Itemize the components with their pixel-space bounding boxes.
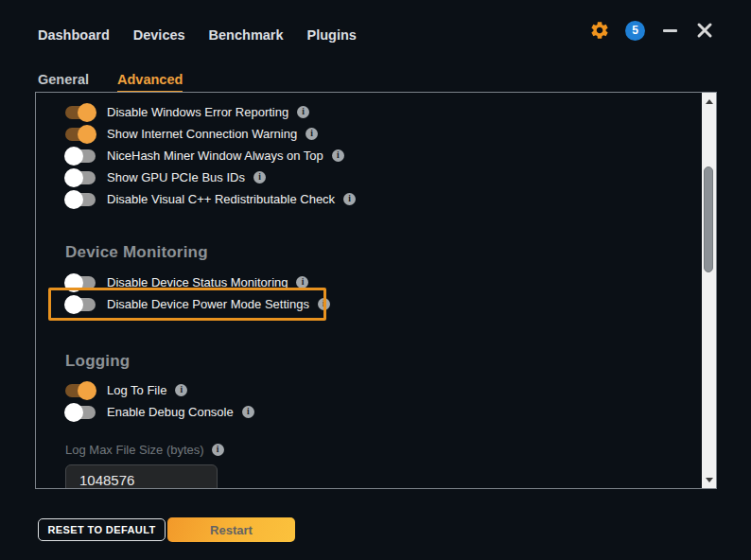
setting-row: NiceHash Miner Window Always on Top	[65, 145, 716, 166]
setting-label: Disable Visual C++ Redistributable Check	[107, 192, 335, 206]
toggle-knob	[78, 381, 96, 400]
nav-item-dashboard[interactable]: Dashboard	[38, 27, 110, 43]
triangle-up-icon	[706, 99, 713, 104]
toggle-knob	[64, 147, 83, 166]
toggle-log-to-file[interactable]	[65, 384, 96, 397]
scrollbar-up-arrow[interactable]	[702, 95, 716, 108]
nav-item-plugins[interactable]: Plugins	[307, 27, 357, 43]
setting-row: Log To File	[65, 379, 716, 401]
main-nav: Dashboard Devices Benchmark Plugins	[38, 27, 357, 43]
toggle-knob	[64, 403, 83, 422]
info-icon[interactable]	[242, 406, 254, 418]
setting-label: Enable Debug Console	[107, 405, 234, 419]
scrollbar-down-arrow[interactable]	[702, 473, 716, 486]
toggle-enable-debug-console[interactable]	[65, 406, 96, 419]
minimize-icon	[663, 29, 677, 32]
gear-icon	[589, 20, 610, 41]
setting-label: Show Internet Connection Warning	[107, 127, 297, 141]
restart-button[interactable]: Restart	[167, 517, 295, 542]
info-icon[interactable]	[212, 444, 224, 456]
setting-label: Log To File	[107, 383, 166, 397]
toggle-disable-windows-error-reporting[interactable]	[65, 106, 96, 119]
settings-scroll-area: Disable Windows Error Reporting Show Int…	[35, 92, 717, 489]
settings-tabs: General Advanced	[38, 72, 183, 93]
toggle-knob	[78, 125, 96, 144]
field-label-text: Log Max File Size (bytes)	[65, 443, 204, 457]
notification-badge[interactable]: 5	[625, 21, 645, 41]
section-title-logging: Logging	[65, 350, 716, 373]
setting-row-highlighted: Disable Device Power Mode Settings	[65, 293, 716, 315]
info-icon[interactable]	[306, 128, 318, 140]
setting-label: Disable Windows Error Reporting	[107, 105, 288, 119]
info-icon[interactable]	[296, 276, 308, 289]
nav-item-benchmark[interactable]: Benchmark	[209, 27, 284, 43]
setting-label: NiceHash Miner Window Always on Top	[107, 149, 323, 163]
tab-general[interactable]: General	[38, 72, 89, 93]
setting-row: Enable Debug Console	[65, 401, 716, 423]
tab-advanced[interactable]: Advanced	[117, 72, 183, 93]
toggle-disable-device-status-monitoring[interactable]	[65, 276, 96, 289]
toggle-knob	[64, 273, 83, 292]
setting-label: Disable Device Power Mode Settings	[107, 297, 309, 311]
triangle-down-icon	[706, 478, 713, 482]
info-icon[interactable]	[297, 106, 309, 118]
info-icon[interactable]	[318, 298, 330, 310]
window-controls: 5	[588, 19, 715, 42]
settings-content: Disable Windows Error Reporting Show Int…	[36, 93, 716, 489]
toggle-knob	[64, 168, 83, 187]
setting-row: Show GPU PCIe Bus IDs	[65, 166, 716, 188]
setting-row: Disable Visual C++ Redistributable Check	[65, 188, 716, 210]
setting-row: Disable Device Status Monitoring	[65, 271, 716, 293]
log-max-file-size-input[interactable]	[65, 464, 218, 489]
reset-to-default-button[interactable]: RESET TO DEFAULT	[38, 518, 166, 541]
toggle-knob	[78, 103, 96, 122]
section-title-device-monitoring: Device Monitoring	[65, 241, 716, 264]
info-icon[interactable]	[332, 149, 344, 162]
scrollbar[interactable]	[702, 93, 716, 488]
toggle-disable-device-power-mode-settings[interactable]	[65, 298, 96, 311]
minimize-button[interactable]	[659, 20, 680, 41]
setting-label: Show GPU PCIe Bus IDs	[107, 170, 245, 184]
scrollbar-thumb[interactable]	[704, 166, 713, 272]
toggle-show-internet-connection-warning[interactable]	[65, 128, 96, 141]
info-icon[interactable]	[253, 171, 266, 184]
toggle-miner-window-always-on-top[interactable]	[65, 149, 96, 163]
toggle-knob	[64, 190, 83, 209]
setting-row: Show Internet Connection Warning	[65, 123, 716, 145]
info-icon[interactable]	[343, 193, 356, 205]
toggle-show-gpu-pcie-bus-ids[interactable]	[65, 171, 96, 184]
close-button[interactable]	[694, 20, 715, 41]
toggle-knob	[64, 295, 83, 314]
log-max-file-size-label-row: Log Max File Size (bytes)	[65, 443, 716, 457]
info-icon[interactable]	[175, 384, 187, 396]
toggle-disable-visual-cpp-check[interactable]	[65, 193, 96, 206]
close-icon	[696, 22, 713, 39]
nav-item-devices[interactable]: Devices	[133, 27, 185, 43]
setting-label: Disable Device Status Monitoring	[107, 275, 288, 289]
settings-gear-button[interactable]	[588, 19, 611, 42]
setting-row: Disable Windows Error Reporting	[65, 101, 716, 123]
